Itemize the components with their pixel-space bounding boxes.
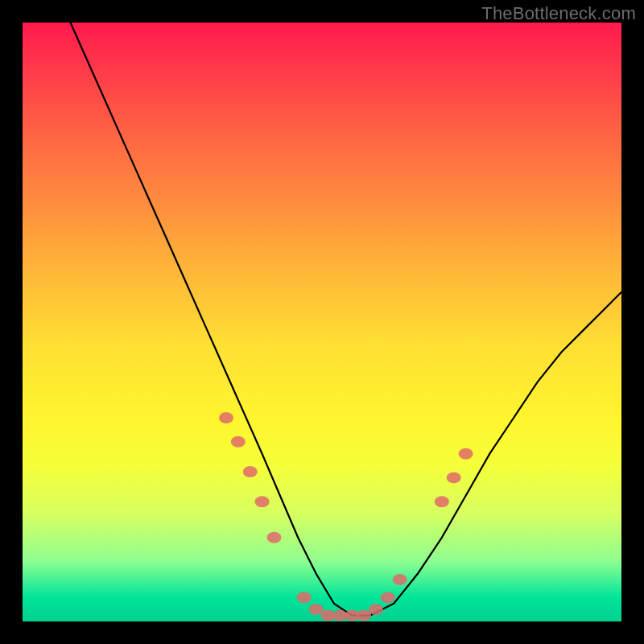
marker-point <box>255 496 270 507</box>
plot-area <box>23 23 621 621</box>
outer-frame: TheBottleneck.com <box>0 0 644 644</box>
marker-point <box>459 448 473 460</box>
marker-point <box>231 436 246 448</box>
marker-point <box>435 496 449 507</box>
marker-point <box>309 604 324 615</box>
marker-point <box>447 472 461 483</box>
marker-point <box>243 466 258 477</box>
marker-point <box>219 412 233 423</box>
marker-point <box>357 610 371 621</box>
watermark-text: TheBottleneck.com <box>481 3 636 24</box>
marker-point <box>267 532 282 543</box>
marker-point <box>297 592 312 603</box>
marker-point <box>369 604 383 615</box>
bottleneck-curve-path <box>71 23 622 616</box>
marker-point <box>381 592 395 603</box>
chart-svg <box>23 23 621 621</box>
marker-point <box>393 574 407 585</box>
